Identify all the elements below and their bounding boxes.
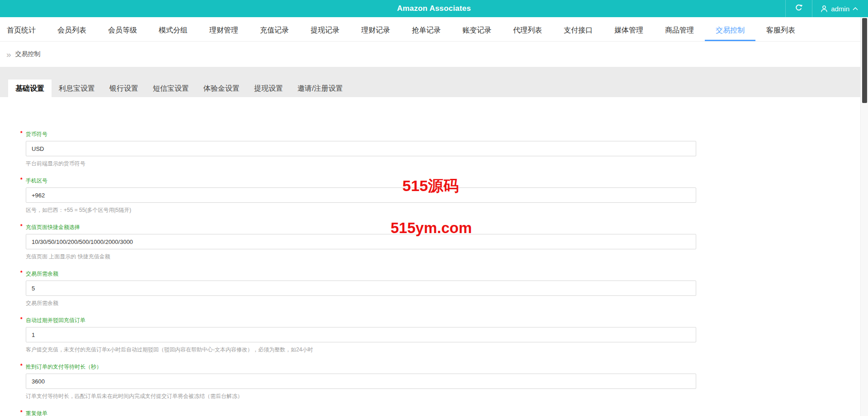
nav-item-member-level[interactable]: 会员等级: [97, 20, 148, 41]
settings-tabs: 基础设置 利息宝设置 银行设置 短信宝设置 体验金设置 提现设置 邀请/注册设置: [0, 67, 868, 97]
app-header: Amazon Associates admin: [0, 0, 868, 17]
scrollbar-thumb[interactable]: [862, 18, 867, 103]
phone-area-code-input[interactable]: [26, 187, 696, 203]
nav-item-member-list[interactable]: 会员列表: [47, 20, 97, 41]
field-help-text: 充值页面 上面显示的 快捷充值金额: [26, 253, 868, 260]
nav-item-withdraw-records[interactable]: 提现记录: [300, 20, 350, 41]
field-help-text: 订单支付等待时长，匹配订单后未在此时间内完成支付提交订单将会被冻结（需后台解冻）: [26, 393, 868, 400]
nav-item-home-stats[interactable]: 首页统计: [0, 20, 47, 41]
tab-interest-settings[interactable]: 利息宝设置: [52, 79, 102, 97]
field-label: *抢到订单的支付等待时长（秒）: [26, 364, 102, 370]
breadcrumb: » 交易控制: [0, 42, 868, 67]
nav-item-finance-records[interactable]: 理财记录: [350, 20, 401, 41]
required-balance-input[interactable]: [26, 280, 696, 296]
required-asterisk: *: [20, 363, 23, 369]
quick-amounts-input[interactable]: [26, 234, 696, 249]
watermark-text: 515源码: [402, 176, 459, 196]
breadcrumb-chevrons-icon: »: [6, 50, 11, 59]
currency-symbol-input[interactable]: [26, 141, 696, 156]
field-pay-wait-seconds: *抢到订单的支付等待时长（秒） 订单支付等待时长，匹配订单后未在此时间内完成支付…: [26, 364, 868, 400]
tab-withdraw-settings[interactable]: 提现设置: [247, 79, 290, 97]
tab-bank-settings[interactable]: 银行设置: [102, 79, 146, 97]
main-nav: 首页统计 会员列表 会员等级 模式分组 理财管理 充值记录 提现记录 理财记录 …: [0, 17, 868, 42]
auto-expire-order-input[interactable]: [26, 327, 696, 342]
basic-settings-form: *货币符号 平台前端显示的货币符号 *手机区号 区号，如巴西：+55 = 55(…: [0, 97, 868, 416]
nav-item-support-list[interactable]: 客服列表: [755, 20, 806, 41]
nav-item-product-mgmt[interactable]: 商品管理: [654, 20, 705, 41]
app-title: Amazon Associates: [0, 0, 868, 17]
required-asterisk: *: [20, 316, 23, 323]
nav-item-trade-control[interactable]: 交易控制: [705, 20, 755, 41]
required-asterisk: *: [20, 270, 23, 276]
field-help-text: 交易所需余额: [26, 299, 868, 307]
required-asterisk: *: [20, 130, 23, 136]
field-label: *充值页面快捷金额选择: [26, 224, 80, 230]
field-label: *自动过期并驳回充值订单: [26, 317, 85, 323]
field-label: *交易所需余额: [26, 271, 58, 277]
field-label: *货币符号: [26, 131, 47, 137]
field-help-text: 区号，如巴西：+55 = 55(多个区号用|5隔开): [26, 206, 868, 214]
tab-trial-fund-settings[interactable]: 体验金设置: [196, 79, 247, 97]
content-area: 基础设置 利息宝设置 银行设置 短信宝设置 体验金设置 提现设置 邀请/注册设置…: [0, 67, 868, 416]
field-help-text: 平台前端显示的货币符号: [26, 160, 868, 167]
breadcrumb-label: 交易控制: [15, 50, 41, 58]
field-help-text: 客户提交充值，未支付的充值订单x小时后自动过期驳回（驳回内容在帮助中心-文本内容…: [26, 346, 868, 353]
nav-item-order-grab-records[interactable]: 抢单记录: [401, 20, 452, 41]
field-required-balance: *交易所需余额 交易所需余额: [26, 271, 868, 307]
tab-sms-settings[interactable]: 短信宝设置: [146, 79, 196, 97]
nav-item-payment-api[interactable]: 支付接口: [553, 20, 604, 41]
field-currency-symbol: *货币符号 平台前端显示的货币符号: [26, 131, 868, 167]
required-asterisk: *: [20, 409, 23, 416]
field-label: *手机区号: [26, 178, 47, 184]
field-repeat-order: *重复做单: [26, 410, 868, 416]
field-label: *重复做单: [26, 410, 47, 416]
scrollbar-track[interactable]: [860, 17, 868, 416]
watermark-url: 515ym.com: [391, 220, 472, 237]
field-auto-expire-order: *自动过期并驳回充值订单 客户提交充值，未支付的充值订单x小时后自动过期驳回（驳…: [26, 317, 868, 353]
required-asterisk: *: [20, 177, 23, 183]
required-asterisk: *: [20, 223, 23, 229]
tab-basic-settings[interactable]: 基础设置: [8, 79, 52, 97]
nav-item-media-mgmt[interactable]: 媒体管理: [604, 20, 654, 41]
nav-item-balance-change-records[interactable]: 账变记录: [452, 20, 502, 41]
nav-item-mode-group[interactable]: 模式分组: [148, 20, 198, 41]
nav-item-recharge-records[interactable]: 充值记录: [249, 20, 300, 41]
nav-item-agent-list[interactable]: 代理列表: [502, 20, 553, 41]
nav-item-finance-mgmt[interactable]: 理财管理: [198, 20, 249, 41]
pay-wait-seconds-input[interactable]: [26, 374, 696, 389]
tab-invite-register-settings[interactable]: 邀请/注册设置: [290, 79, 350, 97]
